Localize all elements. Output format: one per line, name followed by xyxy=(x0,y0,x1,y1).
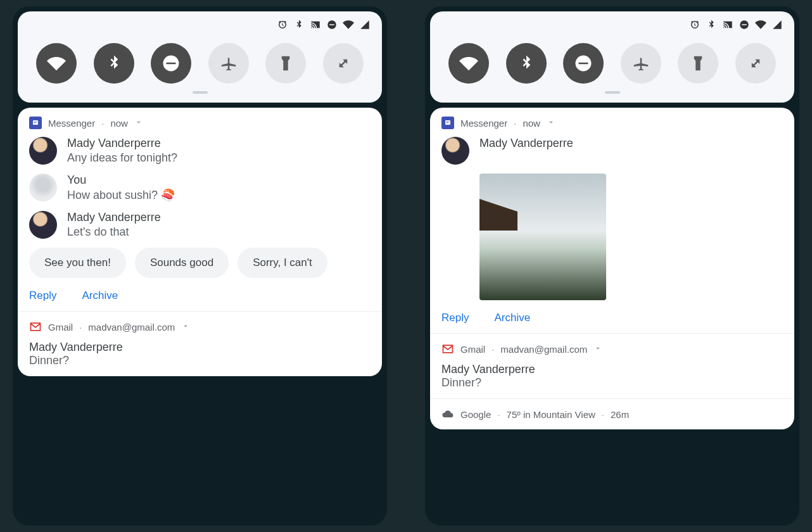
message-text: Any ideas for tonight? xyxy=(67,151,177,165)
phone-right: Messenger · now Mady Vanderperre Reply A… xyxy=(425,6,799,526)
gmail-icon xyxy=(441,343,454,355)
qs-rotate[interactable] xyxy=(323,43,364,84)
svg-rect-3 xyxy=(167,63,176,65)
svg-rect-14 xyxy=(447,123,448,124)
bluetooth-icon xyxy=(706,19,717,33)
message-sender: You xyxy=(67,174,175,187)
gmail-from: madvan@gmail.com xyxy=(500,344,587,355)
chevron-down-icon[interactable] xyxy=(547,118,555,129)
svg-rect-1 xyxy=(329,24,334,25)
status-bar xyxy=(25,16,374,39)
reply-button[interactable]: Reply xyxy=(441,312,469,324)
message-row: You How about sushi? 🍣 xyxy=(29,174,371,202)
qs-flashlight[interactable] xyxy=(678,43,718,84)
notifications-panel: Messenger · now Mady Vanderperre Any ide… xyxy=(18,108,382,376)
quick-settings-row xyxy=(438,39,787,85)
svg-rect-5 xyxy=(34,122,37,122)
qs-airplane[interactable] xyxy=(208,43,249,84)
app-name: Messenger xyxy=(460,118,507,129)
notification-header[interactable]: Gmail · madvan@gmail.com xyxy=(441,343,783,355)
svg-rect-13 xyxy=(447,122,450,122)
message-text: How about sushi? 🍣 xyxy=(67,188,175,202)
image-attachment[interactable] xyxy=(479,174,606,300)
archive-button[interactable]: Archive xyxy=(494,312,530,324)
qs-wifi[interactable] xyxy=(448,43,489,84)
smart-reply-chip[interactable]: Sorry, I can't xyxy=(238,248,327,278)
message-text: Let's do that xyxy=(67,225,161,239)
chevron-down-icon[interactable] xyxy=(181,322,190,332)
gmail-sender: Mady Vanderperre xyxy=(441,363,783,376)
qs-airplane[interactable] xyxy=(621,43,661,84)
quick-settings-panel xyxy=(18,11,382,103)
qs-bluetooth[interactable] xyxy=(94,43,134,84)
cell-icon xyxy=(359,19,371,33)
panel-drag-handle[interactable] xyxy=(605,91,620,94)
chevron-down-icon[interactable] xyxy=(593,344,602,355)
panel-drag-handle[interactable] xyxy=(193,91,208,94)
dnd-icon xyxy=(326,19,338,33)
notification-header[interactable]: Messenger · now xyxy=(29,117,371,129)
status-bar xyxy=(438,16,787,39)
notif-time: now xyxy=(110,118,128,129)
app-name: Google xyxy=(460,409,491,420)
notification-header[interactable]: Messenger · now xyxy=(441,117,783,129)
gmail-subject: Dinner? xyxy=(441,376,783,390)
chevron-down-icon[interactable] xyxy=(134,118,143,129)
qs-rotate[interactable] xyxy=(735,43,776,84)
notification-gmail[interactable]: Gmail · madvan@gmail.com Mady Vanderperr… xyxy=(18,311,382,376)
messenger-icon xyxy=(29,117,42,129)
app-name: Gmail xyxy=(460,344,485,355)
qs-dnd[interactable] xyxy=(151,43,191,84)
svg-rect-11 xyxy=(579,63,588,65)
cell-icon xyxy=(771,19,783,33)
cast-icon xyxy=(722,19,733,33)
message-row: Mady Vanderperre xyxy=(441,137,783,165)
notif-time: now xyxy=(523,118,540,129)
weather-text: 75º in Mountain View xyxy=(507,409,595,420)
notification-messenger[interactable]: Messenger · now Mady Vanderperre Reply A… xyxy=(430,108,794,333)
notification-header[interactable]: Gmail · madvan@gmail.com xyxy=(29,320,371,333)
message-sender: Mady Vanderperre xyxy=(67,137,177,150)
notification-messenger[interactable]: Messenger · now Mady Vanderperre Any ide… xyxy=(18,108,382,311)
gmail-subject: Dinner? xyxy=(29,354,371,367)
avatar xyxy=(29,211,57,239)
phone-left: Messenger · now Mady Vanderperre Any ide… xyxy=(13,6,387,526)
smart-reply-chip[interactable]: Sounds good xyxy=(135,248,229,278)
qs-flashlight[interactable] xyxy=(265,43,306,84)
svg-rect-6 xyxy=(34,123,36,124)
quick-settings-panel xyxy=(430,11,794,103)
app-name: Gmail xyxy=(48,322,73,332)
archive-button[interactable]: Archive xyxy=(82,289,118,302)
avatar xyxy=(29,137,57,165)
qs-wifi[interactable] xyxy=(36,43,77,84)
app-name: Messenger xyxy=(48,118,95,129)
smart-reply-chips: See you then! Sounds good Sorry, I can't xyxy=(29,248,371,278)
wifi-icon xyxy=(755,19,766,33)
avatar xyxy=(441,137,469,165)
wifi-icon xyxy=(343,19,354,33)
message-sender: Mady Vanderperre xyxy=(67,211,161,224)
quick-settings-row xyxy=(25,39,374,85)
notif-age: 26m xyxy=(611,409,629,420)
smart-reply-chip[interactable]: See you then! xyxy=(29,248,126,278)
notification-google[interactable]: Google · 75º in Mountain View · 26m xyxy=(430,398,794,429)
alarm-icon xyxy=(689,19,701,33)
gmail-from: madvan@gmail.com xyxy=(88,322,175,332)
reply-button[interactable]: Reply xyxy=(29,289,56,302)
cast-icon xyxy=(310,19,321,33)
avatar xyxy=(29,174,57,201)
qs-dnd[interactable] xyxy=(563,43,604,84)
cloud-icon xyxy=(441,408,454,421)
qs-bluetooth[interactable] xyxy=(506,43,547,84)
gmail-sender: Mady Vanderperre xyxy=(29,341,371,354)
notifications-panel: Messenger · now Mady Vanderperre Reply A… xyxy=(430,108,794,429)
notification-gmail[interactable]: Gmail · madvan@gmail.com Mady Vanderperr… xyxy=(430,333,794,398)
alarm-icon xyxy=(277,19,288,33)
notification-actions: Reply Archive xyxy=(29,289,371,302)
notification-actions: Reply Archive xyxy=(441,312,783,324)
bluetooth-icon xyxy=(293,19,305,33)
notification-header[interactable]: Google · 75º in Mountain View · 26m xyxy=(441,408,783,421)
gmail-icon xyxy=(29,320,42,333)
message-sender: Mady Vanderperre xyxy=(479,137,573,150)
svg-rect-9 xyxy=(742,24,747,25)
